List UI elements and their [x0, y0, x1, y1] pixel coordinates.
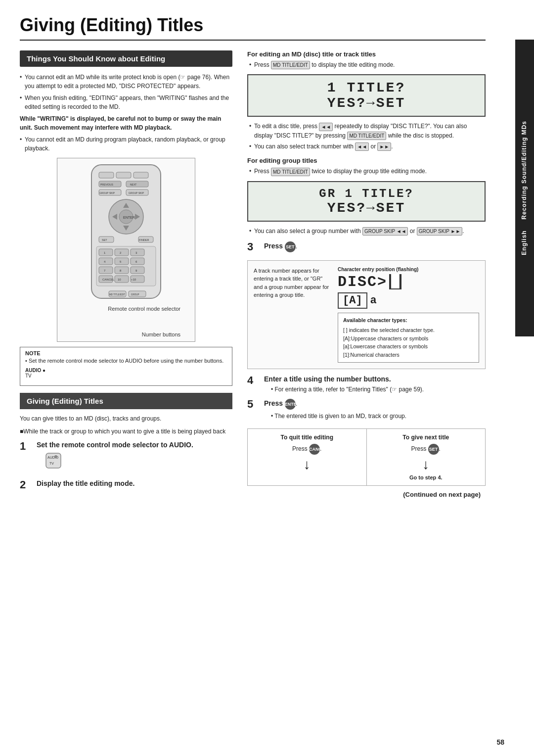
char-types-box: Available character types: [ ] indicates…: [338, 313, 479, 363]
step4-body: • For entering a title, refer to "Enteri…: [264, 385, 486, 394]
continued-text: (Continued on next page): [247, 491, 486, 498]
svg-text:TV: TV: [49, 462, 54, 465]
group-skip-icon: GROUP SKIP ◄◄: [362, 227, 408, 236]
svg-point-54: [54, 455, 57, 458]
previous-icon: ◄◄: [319, 123, 333, 131]
page-title: Giving (Editing) Titles: [20, 15, 486, 41]
step5-number: 5: [247, 398, 261, 411]
step1-diagram: AUDIO TV: [44, 451, 232, 471]
svg-text:PREVIOUS: PREVIOUS: [100, 183, 114, 186]
step3-content: Press SET.: [264, 241, 486, 252]
md-edit-icon: MD TITLE/EDIT: [347, 132, 386, 140]
left-column: Things You Should Know about Editing You…: [20, 50, 232, 498]
goto-step: Go to step 4.: [374, 474, 479, 480]
char-types-title: Available character types:: [343, 316, 474, 325]
step2-content: Display the title editing mode.: [37, 479, 232, 487]
action-next-col: To give next title Press SET. ↓ Go to st…: [367, 429, 486, 485]
main-content: Giving (Editing) Titles Things You Shoul…: [0, 0, 515, 513]
section2-body: You can give titles to an MD (disc), tra…: [20, 414, 232, 423]
char-type-line-2: [A]:Uppercase characters or symbols: [343, 334, 474, 343]
step2-number: 2: [20, 478, 34, 491]
step3-title: Press: [264, 242, 283, 250]
svg-rect-1: [99, 172, 114, 178]
svg-rect-43: [115, 276, 129, 283]
action-box: To quit title editing Press CANCEL. ↓ To…: [247, 428, 486, 486]
disc-text: DISC>: [338, 274, 387, 290]
section1-header: Things You Should Know about Editing: [20, 50, 232, 67]
step5-btn: ENTER: [285, 399, 296, 410]
note-box: NOTE • Set the remote control mode selec…: [20, 347, 232, 386]
char-type-row: [A] a: [338, 292, 479, 309]
bullet-1: You cannot edit an MD while its write pr…: [20, 73, 232, 91]
callout-remote: Remote control mode selector: [108, 306, 180, 312]
group-bullet: Press MD TITLE/EDIT twice to display the…: [247, 167, 486, 176]
action-quit-title: To quit title editing: [255, 434, 359, 441]
lcd2-line2: YES?→SET: [258, 200, 475, 216]
remote-svg: PREVIOUS NEXT GROUP SKIP GROUP SKIP: [72, 162, 180, 311]
step1-title: Set the remote control mode selector to …: [37, 441, 193, 449]
lcd2-line1: GR 1 TITLE?: [258, 187, 475, 200]
bullet-3: You cannot edit an MD during program pla…: [20, 135, 232, 153]
disc-title-note1: To edit a disc title, press ◄◄ repeatedl…: [247, 122, 486, 140]
step4-number: 4: [247, 374, 261, 387]
char-entry-diagram: A track number appears for entering a tr…: [247, 260, 486, 369]
side-tab: English Recording Sound/Editing MDs: [515, 40, 534, 336]
step3-btn: SET: [285, 241, 296, 252]
svg-rect-36: [99, 267, 113, 274]
remote-diagram: PREVIOUS NEXT GROUP SKIP GROUP SKIP: [57, 158, 195, 342]
svg-rect-2: [116, 172, 131, 178]
group-skip-icon2: GROUP SKIP ►►: [417, 227, 462, 236]
svg-text:NEXT: NEXT: [130, 183, 136, 186]
svg-text:FINDER: FINDER: [139, 238, 149, 241]
svg-text:10: 10: [118, 278, 121, 281]
lcd-display-2: GR 1 TITLE? YES?→SET: [247, 181, 486, 222]
svg-text:SET: SET: [102, 238, 107, 241]
disc-title-note2: You can also select track number with ◄◄…: [247, 142, 486, 151]
arrow-down-quit: ↓: [255, 457, 359, 472]
disc-cursor: █: [389, 274, 401, 289]
page-number: 58: [496, 738, 504, 746]
bold-warning: While "WRITING" is displayed, be careful…: [20, 114, 232, 132]
svg-text:GROUP SKIP: GROUP SKIP: [99, 191, 115, 194]
step5-body: • The entered title is given to an MD, t…: [264, 412, 486, 421]
char-type-line-3: [a]:Lowercase characters or symbols: [343, 342, 474, 351]
svg-rect-37: [115, 267, 129, 274]
action-quit-btn: CANCEL: [309, 444, 320, 455]
callout-number: Number buttons: [108, 331, 180, 337]
step2-title: Display the title editing mode.: [37, 479, 134, 487]
action-next-press: Press SET.: [374, 444, 479, 455]
svg-rect-24: [99, 249, 113, 256]
audio-label: AUDIO ●: [25, 368, 45, 373]
char-entry-label: Character entry position (flashing): [338, 267, 479, 272]
disc-display-area: Character entry position (flashing) DISC…: [338, 267, 479, 363]
md-bullet: Press MD TITLE/EDIT to display the title…: [247, 60, 486, 69]
action-quit-press: Press CANCEL.: [255, 444, 359, 455]
group-section-title: For editing group titles: [247, 157, 486, 164]
note-title: NOTE: [25, 350, 227, 356]
md-section-title: For editing an MD (disc) title or track …: [247, 50, 486, 58]
step-5: 5 Press ENTER. • The entered title is gi…: [247, 399, 486, 421]
svg-text:ENTER: ENTER: [123, 216, 135, 219]
action-quit-col: To quit title editing Press CANCEL. ↓: [248, 429, 367, 485]
char-A: [A]: [338, 292, 367, 309]
step-2: 2 Display the title editing mode.: [20, 479, 232, 491]
note-text: • Set the remote control mode selector t…: [25, 358, 227, 364]
char-type-line-4: [1]:Numerical characters: [343, 351, 474, 359]
svg-rect-25: [115, 249, 129, 256]
two-col-layout: Things You Should Know about Editing You…: [20, 50, 486, 498]
prev-icon2: ◄◄: [355, 142, 369, 151]
next-icon: ►►: [377, 142, 391, 151]
mode-selector-svg: AUDIO TV: [44, 451, 63, 471]
svg-text:+10: +10: [131, 278, 136, 281]
title-edit-icon: MD TITLE/EDIT: [271, 61, 310, 69]
group-note: You can also select a group number with …: [247, 227, 486, 236]
page-container: English Recording Sound/Editing MDs Givi…: [0, 0, 534, 756]
step3-number: 3: [247, 240, 261, 253]
action-next-title: To give next title: [374, 434, 479, 441]
lcd1-line1: 1 TITLE?: [258, 80, 475, 95]
svg-rect-26: [131, 249, 144, 256]
lcd-display-1: 1 TITLE? YES?→SET: [247, 74, 486, 117]
bullet-2: When you finish editing, "EDITING" appea…: [20, 94, 232, 111]
action-next-btn: SET: [428, 444, 439, 455]
arrow-down-next: ↓: [374, 457, 479, 472]
